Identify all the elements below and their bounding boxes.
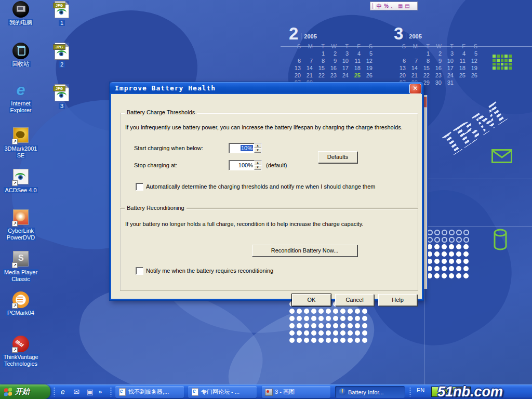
spinner-down-icon[interactable]: ▼ <box>254 165 261 170</box>
dialog-titlebar[interactable]: Improve Battery Health ✕ <box>110 82 423 94</box>
start-charging-label: Start charging when below: <box>134 145 203 151</box>
calendar-day-header: T <box>442 43 454 50</box>
calendar-day: 10 <box>337 57 349 64</box>
spinner-up-icon[interactable]: ▲ <box>254 143 261 148</box>
ime-soft-keyboard-icon[interactable]: ▦ <box>398 2 403 10</box>
desktop-icon-my-computer[interactable]: 我的电脑 <box>1 1 41 26</box>
desktop-file-jpg-3[interactable]: JPG 3 <box>50 84 73 109</box>
desktop-file-jpg-1[interactable]: JPG 1 <box>50 1 73 26</box>
ok-button[interactable]: OK <box>292 294 331 306</box>
defaults-button[interactable]: Defaults <box>318 151 357 163</box>
ime-punctuation-icon[interactable]: 、 <box>391 2 396 10</box>
spinner-up-icon[interactable]: ▲ <box>254 161 261 165</box>
calendar-day: 18 <box>349 64 361 72</box>
paint-icon <box>265 388 273 396</box>
icon-label: ACDSee 4.0 <box>4 187 37 193</box>
desktop-icon-media-player-classic[interactable]: ↗ Media Player Classic <box>1 250 41 283</box>
quicklaunch-more-chevron[interactable]: » <box>99 389 102 395</box>
icon-label: 1 <box>59 20 65 26</box>
watermark-51nb: 51nb.com <box>437 384 503 399</box>
outlook-quicklaunch-icon[interactable]: ✉ <box>72 387 81 396</box>
calendar-day: 25 <box>349 72 361 79</box>
notify-reconditioning-label[interactable]: Notify me when the battery requires reco… <box>146 268 411 274</box>
calendar-day-header: T <box>337 43 349 50</box>
calendar-day: 15 <box>313 64 325 72</box>
desktop-file-jpg-2[interactable]: JPG 2 <box>50 43 73 68</box>
auto-determine-checkbox[interactable] <box>136 183 143 191</box>
shortcut-arrow-icon: ↗ <box>12 180 18 186</box>
language-indicator[interactable]: EN <box>417 387 424 393</box>
reconditioning-description: If your battery no longer holds a full c… <box>125 221 414 227</box>
calendar-day-header: S <box>466 43 477 50</box>
icon-label: ThinkVantage Technologies <box>2 354 39 367</box>
default-note: (default) <box>266 162 287 168</box>
calendar-day <box>289 50 301 57</box>
desktop-icon-internet-explorer[interactable]: e Internet Explorer <box>1 82 41 114</box>
calendar-day: 19 <box>466 64 477 72</box>
calendar-day: 20 <box>289 72 301 79</box>
stop-charging-value: 100% <box>238 162 253 168</box>
calendar-day-header: T <box>313 43 325 50</box>
stop-charging-spinner[interactable]: 100% ▲▼ <box>229 160 262 170</box>
quick-launch: e ✉ ▣ » <box>58 386 102 397</box>
calendar-day: 12 <box>361 57 373 64</box>
desktop-icon-pcmark[interactable]: ↗ PCMark04 <box>1 291 41 316</box>
desktop-icon-powerdvd[interactable]: ↗ CyberLink PowerDVD <box>1 208 41 241</box>
jpg-file-icon: JPG <box>55 84 69 101</box>
ime-toolbar[interactable]: 中 % 、 ▦ ▤ <box>370 2 418 10</box>
ie-page-icon <box>191 388 199 396</box>
calendar-day: 7 <box>406 57 418 64</box>
taskband-grip[interactable] <box>110 387 112 396</box>
start-charging-spinner[interactable]: 10% ▲▼ <box>229 143 262 153</box>
ime-chinese-mode-icon[interactable]: 中 <box>377 2 382 10</box>
auto-determine-label[interactable]: Automatically determine the charging thr… <box>146 183 411 190</box>
show-desktop-icon[interactable]: ▣ <box>85 387 95 396</box>
calendar-day-header: M <box>406 43 418 50</box>
calendar-day: 2 <box>430 50 442 57</box>
task-button-paint[interactable]: 3 - 画图 <box>262 386 330 398</box>
calendar-day: 23 <box>430 72 442 79</box>
cancel-button[interactable]: Cancel <box>335 294 374 306</box>
taskbar: 开始 e ✉ ▣ » 找不到服务器,... 专门网论坛 - ... 3 - 画图… <box>0 384 532 399</box>
task-label: Battery Infor... <box>348 389 383 395</box>
calendar-day-header: F <box>454 43 466 50</box>
calendar-grid: SMTWTFS123456789101112131415161718192021… <box>289 43 373 86</box>
ime-menu-icon[interactable]: ▤ <box>405 2 409 10</box>
battery-icon <box>338 388 346 396</box>
ie-quicklaunch-icon[interactable]: e <box>58 387 68 396</box>
start-button[interactable]: 开始 <box>0 384 50 399</box>
desktop-icon-acdsee[interactable]: ↗ ACDSee 4.0 <box>1 168 41 194</box>
stop-charging-label: Stop charging at: <box>134 162 177 168</box>
calendar-day: 17 <box>337 64 349 72</box>
recondition-battery-button[interactable]: Recondition Battery Now... <box>252 245 357 257</box>
calendar-day: 11 <box>454 57 466 64</box>
ime-width-mode-icon[interactable]: % <box>384 2 389 10</box>
icon-label: PCMark04 <box>6 310 35 316</box>
help-button[interactable]: Help <box>378 294 417 306</box>
ime-grip[interactable] <box>373 3 375 9</box>
spinner-down-icon[interactable]: ▼ <box>254 148 261 153</box>
task-label: 专门网论坛 - ... <box>201 388 240 396</box>
calendar-day: 23 <box>325 72 337 79</box>
start-label: 开始 <box>15 387 30 396</box>
desktop-icon-3dmark[interactable]: ↗ 3DMark2001 SE <box>1 126 41 159</box>
close-icon[interactable]: ✕ <box>409 84 421 94</box>
calendar-grid: SMTWTFS123456789101112131415161718192021… <box>394 43 477 86</box>
quicklaunch-grip[interactable] <box>54 387 55 396</box>
task-button-forum[interactable]: 专门网论坛 - ... <box>188 386 257 398</box>
notify-reconditioning-checkbox[interactable] <box>136 267 143 275</box>
calendar-day-header: S <box>394 43 406 50</box>
jpg-file-icon: JPG <box>55 1 69 18</box>
desktop-icon-thinkvantage[interactable]: ↗ ThinkVantage Technologies <box>1 336 41 367</box>
calendar-day: 26 <box>361 72 373 79</box>
task-button-server-not-found[interactable]: 找不到服务器,... <box>115 386 184 398</box>
calendar-day: 30 <box>430 79 442 86</box>
task-button-battery-information[interactable]: Battery Infor... <box>335 386 405 398</box>
desktop-icon-recycle-bin[interactable]: 回收站 <box>1 43 41 68</box>
shortcut-arrow-icon: ↗ <box>12 221 18 227</box>
group-title: Battery Charge Thresholds <box>125 109 197 115</box>
calendar-day: 22 <box>418 72 430 79</box>
calendar-day: 24 <box>337 72 349 79</box>
calendar-day-header: T <box>418 43 430 50</box>
calendar-day-header: M <box>301 43 313 50</box>
